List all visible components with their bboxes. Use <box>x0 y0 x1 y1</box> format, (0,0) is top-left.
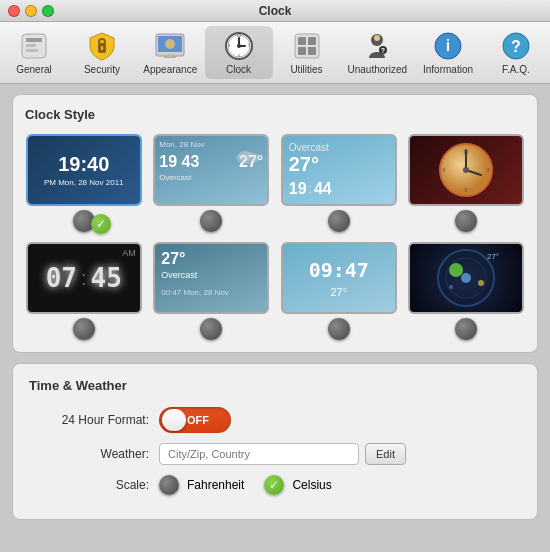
fahrenheit-radio[interactable] <box>159 475 179 495</box>
hour-format-toggle[interactable]: OFF <box>159 407 231 433</box>
svg-rect-11 <box>167 54 173 57</box>
clock-knob-7 <box>328 318 350 340</box>
svg-text:9: 9 <box>443 167 446 173</box>
svg-rect-24 <box>298 47 306 55</box>
svg-text:3: 3 <box>487 167 490 173</box>
svg-rect-23 <box>308 37 316 45</box>
svg-point-39 <box>463 167 469 173</box>
format-row: 24 Hour Format: OFF <box>29 407 521 433</box>
security-icon <box>86 30 118 62</box>
clock-preview-8: 27° <box>408 242 524 314</box>
clock-label: Clock <box>226 64 251 75</box>
window-controls[interactable] <box>8 5 54 17</box>
appearance-label: Appearance <box>143 64 197 75</box>
clock-style-item-4[interactable]: 12 3 6 9 <box>408 134 526 232</box>
faq-icon: ? <box>500 30 532 62</box>
svg-point-48 <box>478 280 484 286</box>
svg-text:i: i <box>446 37 450 54</box>
toolbar-item-general[interactable]: General <box>0 26 68 79</box>
clock-preview-1: 19:40 PM Mon, 28 Nov 2011 <box>26 134 142 206</box>
general-icon <box>18 30 50 62</box>
svg-point-35 <box>238 151 252 161</box>
clock-style-item-2[interactable]: Mon, 28 Nov 19 43 27° Overcast <box>153 134 271 232</box>
svg-rect-2 <box>26 44 36 47</box>
appearance-icon <box>154 30 186 62</box>
faq-label: F.A.Q. <box>502 64 530 75</box>
utilities-label: Utilities <box>290 64 322 75</box>
scale-row: Scale: Fahrenheit ✓ Celsius <box>29 475 521 495</box>
utilities-icon <box>291 30 323 62</box>
title-bar: Clock <box>0 0 550 22</box>
weather-label: Weather: <box>29 447 159 461</box>
svg-rect-1 <box>26 38 42 42</box>
toggle-text: OFF <box>187 414 209 426</box>
toggle-knob <box>162 409 186 431</box>
unauthorized-label: Unauthorized <box>348 64 407 75</box>
clock-style-item-3[interactable]: Overcast 27° 19 : 44 <box>280 134 398 232</box>
clock-preview-6: 27° Overcast 00:47 Mon, 28 Nov <box>153 242 269 314</box>
window-title: Clock <box>259 4 292 18</box>
clock-preview-7: 09:47 27° <box>281 242 397 314</box>
clock-knob-3 <box>328 210 350 232</box>
svg-text:12: 12 <box>463 149 469 155</box>
scale-label: Scale: <box>29 478 159 492</box>
svg-text:27°: 27° <box>487 252 499 261</box>
clock-preview-5: 07 : 45 AM <box>26 242 142 314</box>
information-label: Information <box>423 64 473 75</box>
clock-grid: 19:40 PM Mon, 28 Nov 2011 ✓ Mon, 28 Nov <box>25 134 525 340</box>
clock-knob-4 <box>455 210 477 232</box>
svg-text:?: ? <box>511 38 521 55</box>
clock-knob-5 <box>73 318 95 340</box>
format-label: 24 Hour Format: <box>29 413 159 427</box>
clock-preview-3: Overcast 27° 19 : 44 <box>281 134 397 206</box>
clock-style-item-7[interactable]: 09:47 27° <box>280 242 398 340</box>
clock-style-item-6[interactable]: 27° Overcast 00:47 Mon, 28 Nov <box>153 242 271 340</box>
general-label: General <box>16 64 52 75</box>
toolbar-item-unauthorized[interactable]: ? Unauthorized <box>341 26 415 79</box>
toolbar-item-security[interactable]: Security <box>68 26 136 79</box>
minimize-button[interactable] <box>25 5 37 17</box>
fahrenheit-label: Fahrenheit <box>187 478 244 492</box>
weather-row: Weather: Edit <box>29 443 521 465</box>
toolbar-item-appearance[interactable]: Appearance <box>136 26 205 79</box>
clock-knob-6 <box>200 318 222 340</box>
time-weather-panel: Time & Weather 24 Hour Format: OFF Weath… <box>12 363 538 520</box>
svg-rect-22 <box>298 37 306 45</box>
scale-options: Fahrenheit ✓ Celsius <box>159 475 332 495</box>
main-content: Clock Style 19:40 PM Mon, 28 Nov 2011 ✓ <box>0 84 550 530</box>
clock-preview-4: 12 3 6 9 <box>408 134 524 206</box>
svg-point-49 <box>449 285 453 289</box>
unauthorized-icon: ? <box>361 30 393 62</box>
maximize-button[interactable] <box>42 5 54 17</box>
information-icon: i <box>432 30 464 62</box>
svg-point-9 <box>165 39 175 49</box>
toolbar: General Security Appearance <box>0 22 550 84</box>
celsius-radio[interactable]: ✓ <box>264 475 284 495</box>
selected-checkmark: ✓ <box>91 214 111 234</box>
clock-style-item-5[interactable]: 07 : 45 AM <box>25 242 143 340</box>
clock-style-item-8[interactable]: 27° <box>408 242 526 340</box>
svg-point-16 <box>237 44 241 48</box>
svg-rect-6 <box>101 46 103 50</box>
svg-rect-3 <box>26 49 38 52</box>
toolbar-item-utilities[interactable]: Utilities <box>273 26 341 79</box>
toolbar-item-clock[interactable]: 12 3 6 9 Clock <box>205 26 273 79</box>
svg-point-27 <box>374 35 380 41</box>
svg-text:6: 6 <box>465 187 468 193</box>
celsius-label: Celsius <box>292 478 331 492</box>
clock-style-panel: Clock Style 19:40 PM Mon, 28 Nov 2011 ✓ <box>12 94 538 353</box>
toolbar-item-faq[interactable]: ? F.A.Q. <box>482 26 550 79</box>
clock-icon: 12 3 6 9 <box>223 30 255 62</box>
svg-text:?: ? <box>381 47 385 54</box>
clock-preview-2: Mon, 28 Nov 19 43 27° Overcast <box>153 134 269 206</box>
clock-knob-2 <box>200 210 222 232</box>
weather-input[interactable] <box>159 443 359 465</box>
edit-button[interactable]: Edit <box>365 443 406 465</box>
clock-style-item-1[interactable]: 19:40 PM Mon, 28 Nov 2011 ✓ <box>25 134 143 232</box>
close-button[interactable] <box>8 5 20 17</box>
security-label: Security <box>84 64 120 75</box>
svg-rect-25 <box>308 47 316 55</box>
svg-point-47 <box>449 263 463 277</box>
svg-point-46 <box>461 273 471 283</box>
toolbar-item-information[interactable]: i Information <box>414 26 482 79</box>
